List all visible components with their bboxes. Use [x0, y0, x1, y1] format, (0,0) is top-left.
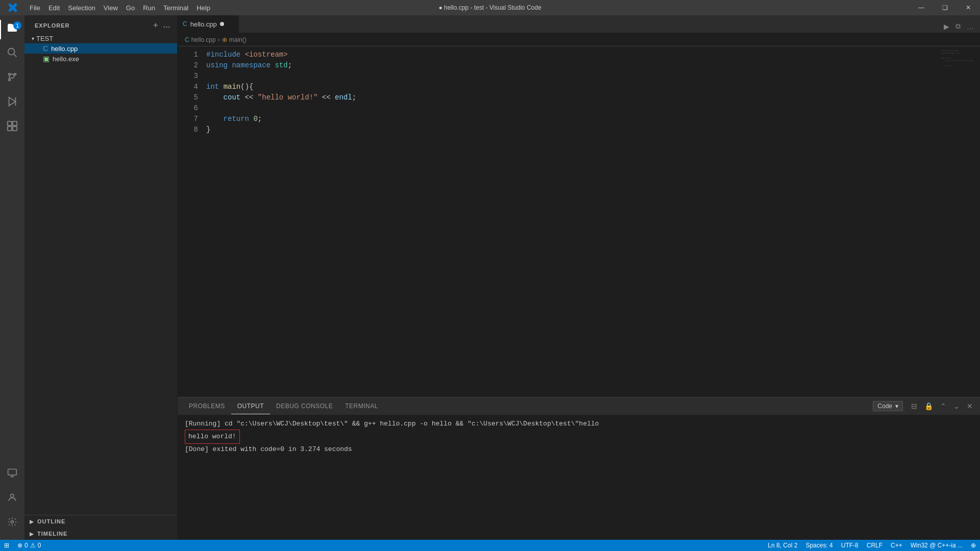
svg-marker-6: [9, 97, 16, 106]
more-actions-button[interactable]: …: [965, 20, 976, 33]
activity-extensions[interactable]: [0, 115, 24, 140]
status-cursor[interactable]: Ln 8, Col 2: [764, 542, 801, 549]
activity-accounts[interactable]: [0, 487, 24, 511]
error-icon: ⊗: [17, 542, 22, 549]
status-notifications[interactable]: Win32 @ C++-ia ...: [906, 542, 967, 549]
menu-edit[interactable]: Edit: [44, 0, 64, 15]
line-num-1: 1: [178, 49, 198, 60]
menu-file[interactable]: File: [26, 0, 44, 15]
window-controls: — ❑ ✕: [910, 0, 980, 15]
activity-run-debug[interactable]: [0, 91, 24, 115]
svg-point-1: [8, 48, 15, 55]
explorer-title: EXPLORER: [35, 22, 70, 29]
scroll-down-button[interactable]: ⌄: [951, 400, 962, 412]
accounts-icon: [7, 492, 17, 506]
svg-line-2: [14, 54, 16, 57]
svg-point-15: [11, 494, 14, 497]
line-numbers: 1 2 3 4 5 6 7 8: [178, 46, 203, 397]
explorer-section: ▾ TEST C hello.cpp ▣ hello.exe: [24, 33, 177, 65]
panel-tab-debug[interactable]: DEBUG CONSOLE: [270, 398, 339, 414]
breadcrumb-file-icon: C: [185, 36, 189, 43]
eol-label: CRLF: [867, 542, 883, 549]
cpp-file-icon: C: [43, 44, 48, 53]
editor-scrollbar[interactable]: [932, 46, 939, 397]
run-button[interactable]: ▶: [942, 20, 951, 33]
timeline-arrow: ▶: [30, 531, 34, 537]
activity-search[interactable]: [0, 42, 24, 66]
explorer-badge: 1: [13, 21, 21, 30]
scroll-up-button[interactable]: ⌃: [938, 400, 948, 412]
breadcrumb-symbol[interactable]: main(): [229, 36, 247, 43]
menu-terminal[interactable]: Terminal: [159, 0, 192, 15]
tab-modified-dot: [220, 22, 224, 26]
sidebar: EXPLORER ＋ … ▾ TEST C hello.cpp ▣ hello.…: [24, 15, 178, 540]
outline-section-header[interactable]: ▶ OUTLINE: [24, 515, 177, 528]
code-content[interactable]: #include <iostream> using namespace std;…: [203, 46, 932, 397]
line-num-3: 3: [178, 71, 198, 82]
activity-source-control[interactable]: [0, 66, 24, 91]
tab-actions: ▶ ⧉ …: [938, 20, 980, 33]
editor-area: C hello.cpp ▶ ⧉ … C hello.cpp › ⊕ main()…: [178, 15, 980, 540]
svg-rect-8: [8, 121, 12, 126]
split-editor-button[interactable]: ⧉: [953, 20, 963, 33]
explorer-item-helloexe[interactable]: ▣ hello.exe: [24, 54, 177, 64]
close-panel-button[interactable]: ✕: [965, 400, 975, 412]
activity-remote[interactable]: [0, 462, 24, 487]
tab-hellocpp[interactable]: C hello.cpp: [178, 15, 239, 33]
status-remote[interactable]: ⊞: [0, 540, 13, 551]
breadcrumb-func-icon: ⊕: [222, 36, 227, 43]
line-num-4: 4: [178, 82, 198, 92]
sidebar-header-icons: ＋ …: [152, 20, 171, 30]
breadcrumb-file[interactable]: hello.cpp: [191, 36, 216, 43]
line-num-8: 8: [178, 124, 198, 135]
explorer-folder-test[interactable]: ▾ TEST: [24, 34, 177, 43]
maximize-button[interactable]: ❑: [933, 0, 957, 15]
explorer-item-hellocpp[interactable]: C hello.cpp: [24, 43, 177, 54]
activity-settings[interactable]: [0, 511, 24, 536]
main-container: 1: [0, 15, 980, 540]
menu-go[interactable]: Go: [122, 0, 139, 15]
panel-tab-output[interactable]: OUTPUT: [231, 398, 270, 414]
svg-point-16: [11, 521, 14, 523]
close-button[interactable]: ✕: [957, 0, 980, 15]
menu-run[interactable]: Run: [139, 0, 159, 15]
panel-tab-terminal[interactable]: TERMINAL: [339, 398, 384, 414]
code-editor[interactable]: 1 2 3 4 5 6 7 8 #include <iostream> usin…: [178, 46, 980, 397]
folder-arrow: ▾: [32, 36, 34, 41]
panel-tab-problems[interactable]: PROBLEMS: [183, 398, 231, 414]
search-icon: [7, 47, 18, 61]
panel-content: [Running] cd "c:\Users\WCJ\Desktop\test\…: [178, 415, 980, 540]
tab-cpp-icon: C: [183, 20, 187, 28]
notifications-label: Win32 @ C++-ia ...: [911, 542, 963, 549]
new-folder-icon[interactable]: …: [163, 20, 171, 30]
status-language[interactable]: C++: [887, 542, 906, 549]
status-errors[interactable]: ⊗ 0 ⚠ 0: [13, 540, 45, 551]
lock-output-button[interactable]: 🔒: [922, 400, 935, 412]
svg-point-4: [14, 73, 16, 76]
panel-area: PROBLEMS OUTPUT DEBUG CONSOLE TERMINAL C…: [178, 397, 980, 540]
timeline-section-header[interactable]: ▶ TIMELINE: [24, 528, 177, 540]
activity-explorer[interactable]: 1: [0, 17, 24, 42]
file-name-helloexe: hello.exe: [53, 55, 79, 63]
svg-rect-10: [8, 127, 12, 131]
menu-help[interactable]: Help: [192, 0, 214, 15]
clear-output-button[interactable]: ⊟: [909, 400, 919, 412]
dropdown-label: Code: [877, 403, 892, 410]
new-file-icon[interactable]: ＋: [152, 20, 160, 30]
status-eol[interactable]: CRLF: [863, 542, 887, 549]
language-label: C++: [891, 542, 902, 549]
status-encoding[interactable]: UTF-8: [837, 542, 863, 549]
status-feedback[interactable]: ⊕: [967, 542, 980, 549]
output-source-dropdown[interactable]: Code ▾: [873, 401, 903, 411]
breadcrumb-separator: ›: [218, 36, 220, 43]
spaces-label: Spaces: 4: [805, 542, 832, 549]
menu-selection[interactable]: Selection: [64, 0, 99, 15]
menu-view[interactable]: View: [100, 0, 122, 15]
svg-point-3: [9, 79, 11, 81]
warning-icon: ⚠: [30, 542, 36, 549]
error-count: 0: [24, 542, 28, 549]
minimize-button[interactable]: —: [910, 0, 933, 15]
status-spaces[interactable]: Spaces: 4: [801, 542, 837, 549]
tab-filename: hello.cpp: [190, 20, 217, 28]
source-control-icon: [7, 71, 18, 86]
